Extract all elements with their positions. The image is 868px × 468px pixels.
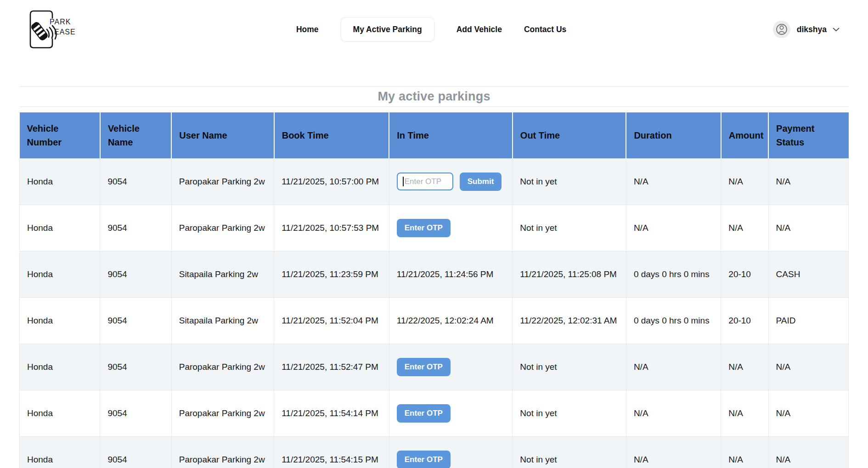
cell-book-time: 11/21/2025, 10:57:53 PM: [274, 205, 389, 251]
cell-out-time: Not in yet: [513, 390, 626, 436]
cell-vehicle-name: 9054: [100, 390, 171, 436]
cell-out-time: Not in yet: [513, 158, 626, 205]
cell-out-time: Not in yet: [513, 436, 626, 468]
table-row: Honda9054Paropakar Parking 2w11/21/2025,…: [20, 436, 849, 468]
enter-otp-button[interactable]: Enter OTP: [397, 358, 451, 376]
cell-duration: 0 days 0 hrs 0 mins: [626, 297, 721, 344]
user-menu[interactable]: dikshya: [772, 20, 840, 39]
nav-item-my-active-parking[interactable]: My Active Parking: [341, 17, 434, 42]
cell-payment-status: N/A: [768, 205, 848, 251]
navbar: PARK EASE HomeMy Active ParkingAdd Vehic…: [0, 0, 868, 59]
text-caret: [403, 177, 404, 186]
cell-user-name: Paropakar Parking 2w: [171, 344, 274, 390]
cell-vehicle-name: 9054: [100, 344, 171, 390]
cell-vehicle-number: Honda: [20, 251, 100, 297]
table-row: Honda9054Paropakar Parking 2w11/21/2025,…: [20, 205, 849, 251]
cell-amount: N/A: [721, 205, 768, 251]
cell-out-time: 11/22/2025, 12:02:31 AM: [513, 297, 626, 344]
nav-item-home[interactable]: Home: [296, 25, 319, 34]
cell-vehicle-number: Honda: [20, 344, 100, 390]
cell-out-time: Not in yet: [513, 205, 626, 251]
column-header-in-time: In Time: [389, 112, 513, 158]
cell-book-time: 11/21/2025, 11:54:14 PM: [274, 390, 389, 436]
cell-book-time: 11/21/2025, 11:54:15 PM: [274, 436, 389, 468]
table-row: Honda9054Paropakar Parking 2w11/21/2025,…: [20, 158, 849, 205]
cell-payment-status: N/A: [768, 344, 848, 390]
cell-in-time: Enter OTP: [389, 436, 513, 468]
cell-out-time: Not in yet: [513, 344, 626, 390]
cell-payment-status: PAID: [768, 297, 848, 344]
cell-duration: N/A: [626, 436, 721, 468]
cell-amount: N/A: [721, 436, 768, 468]
cell-in-time: Enter OTP: [389, 390, 513, 436]
cell-in-time: Enter OTP: [389, 344, 513, 390]
cell-amount: 20-10: [721, 251, 768, 297]
cell-book-time: 11/21/2025, 11:52:47 PM: [274, 344, 389, 390]
cell-user-name: Sitapaila Parking 2w: [171, 297, 274, 344]
brand-logo: PARK EASE: [28, 9, 84, 50]
cell-vehicle-number: Honda: [20, 297, 100, 344]
nav-item-add-vehicle[interactable]: Add Vehicle: [457, 25, 502, 34]
cell-amount: N/A: [721, 390, 768, 436]
enter-otp-button[interactable]: Enter OTP: [397, 219, 451, 237]
cell-amount: 20-10: [721, 297, 768, 344]
cell-vehicle-name: 9054: [100, 251, 171, 297]
active-parkings-table: Vehicle NumberVehicle NameUser NameBook …: [19, 112, 849, 468]
page-title: My active parkings: [19, 89, 849, 104]
cell-user-name: Paropakar Parking 2w: [171, 390, 274, 436]
table-row: Honda9054Paropakar Parking 2w11/21/2025,…: [20, 390, 849, 436]
column-header-duration: Duration: [626, 112, 721, 158]
brand-line2: EASE: [54, 27, 76, 37]
table-header-row: Vehicle NumberVehicle NameUser NameBook …: [20, 112, 849, 158]
cell-vehicle-name: 9054: [100, 158, 171, 205]
column-header-payment-status: Payment Status: [768, 112, 848, 158]
cell-vehicle-number: Honda: [20, 436, 100, 468]
cell-duration: N/A: [626, 344, 721, 390]
cell-out-time: 11/21/2025, 11:25:08 PM: [513, 251, 626, 297]
column-header-out-time: Out Time: [513, 112, 626, 158]
nav-item-contact-us[interactable]: Contact Us: [524, 25, 566, 34]
cell-duration: N/A: [626, 158, 721, 205]
column-header-vehicle-name: Vehicle Name: [100, 112, 171, 158]
cell-user-name: Sitapaila Parking 2w: [171, 251, 274, 297]
cell-user-name: Paropakar Parking 2w: [171, 158, 274, 205]
brand-name: PARK EASE: [50, 17, 76, 37]
user-avatar-icon: [772, 20, 791, 39]
cell-in-time: 11/22/2025, 12:02:24 AM: [389, 297, 513, 344]
column-header-book-time: Book Time: [274, 112, 389, 158]
cell-in-time: Enter OTP: [389, 205, 513, 251]
chevron-down-icon: [833, 28, 840, 32]
table-row: Honda9054Paropakar Parking 2w11/21/2025,…: [20, 344, 849, 390]
cell-user-name: Paropakar Parking 2w: [171, 205, 274, 251]
column-header-amount: Amount: [721, 112, 768, 158]
cell-duration: N/A: [626, 390, 721, 436]
cell-payment-status: CASH: [768, 251, 848, 297]
cell-in-time: 11/21/2025, 11:24:56 PM: [389, 251, 513, 297]
cell-vehicle-name: 9054: [100, 436, 171, 468]
cell-in-time: Submit: [389, 158, 513, 205]
cell-payment-status: N/A: [768, 390, 848, 436]
cell-book-time: 11/21/2025, 10:57:00 PM: [274, 158, 389, 205]
submit-otp-button[interactable]: Submit: [460, 173, 502, 191]
cell-book-time: 11/21/2025, 11:52:04 PM: [274, 297, 389, 344]
otp-entry-box: Submit: [397, 173, 505, 191]
otp-input[interactable]: [397, 173, 453, 190]
cell-vehicle-name: 9054: [100, 205, 171, 251]
main-nav: HomeMy Active ParkingAdd VehicleContact …: [296, 17, 566, 42]
table-row: Honda9054Sitapaila Parking 2w11/21/2025,…: [20, 297, 849, 344]
enter-otp-button[interactable]: Enter OTP: [397, 404, 451, 423]
column-header-user-name: User Name: [171, 112, 274, 158]
active-parkings-table-wrap: Vehicle NumberVehicle NameUser NameBook …: [19, 112, 849, 468]
cell-duration: 0 days 0 hrs 0 mins: [626, 251, 721, 297]
cell-payment-status: N/A: [768, 158, 848, 205]
cell-payment-status: N/A: [768, 436, 848, 468]
cell-vehicle-name: 9054: [100, 297, 171, 344]
enter-otp-button[interactable]: Enter OTP: [397, 451, 451, 468]
cell-amount: N/A: [721, 344, 768, 390]
cell-book-time: 11/21/2025, 11:23:59 PM: [274, 251, 389, 297]
page-heading-section: My active parkings: [19, 86, 849, 107]
table-row: Honda9054Sitapaila Parking 2w11/21/2025,…: [20, 251, 849, 297]
otp-input-wrap: [397, 173, 453, 190]
column-header-vehicle-number: Vehicle Number: [20, 112, 100, 158]
cell-amount: N/A: [721, 158, 768, 205]
